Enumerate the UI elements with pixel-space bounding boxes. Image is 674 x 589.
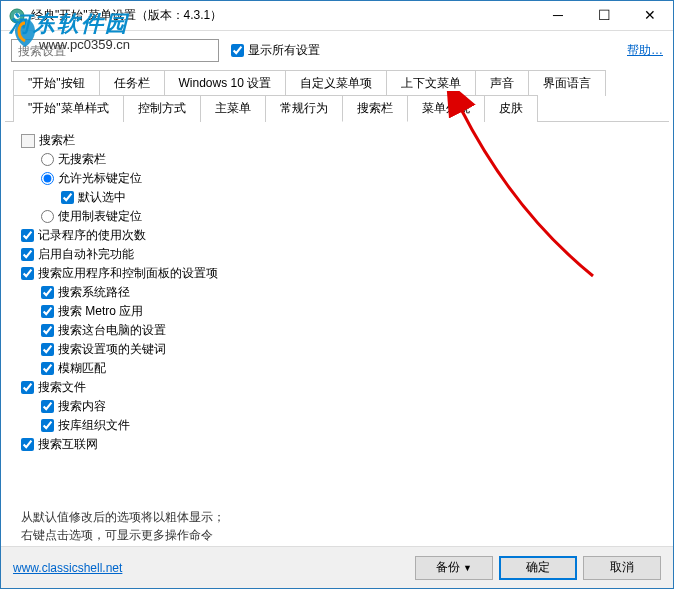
tabs-container: "开始"按钮 任务栏 Windows 10 设置 自定义菜单项 上下文菜单 声音… [1,70,673,121]
tab-general-behavior[interactable]: 常规行为 [265,95,343,122]
check-search-content-input[interactable] [41,400,54,413]
footer-line1: 从默认值修改后的选项将以粗体显示； [21,508,653,526]
tab-language[interactable]: 界面语言 [528,70,606,96]
check-search-internet-input[interactable] [21,438,34,451]
check-default-selected[interactable]: 默认选中 [61,189,653,206]
check-search-pc-settings-input[interactable] [41,324,54,337]
titlebar: 经典"开始"菜单设置（版本：4.3.1） ─ ☐ ✕ [1,1,673,31]
bottom-bar: www.classicshell.net 备份 ▼ 确定 取消 [1,546,673,588]
check-default-selected-input[interactable] [61,191,74,204]
svg-point-1 [14,13,20,19]
check-search-content[interactable]: 搜索内容 [41,398,653,415]
radio-no-search-input[interactable] [41,153,54,166]
website-link[interactable]: www.classicshell.net [13,561,122,575]
settings-panel: 搜索栏 无搜索栏 允许光标键定位 默认选中 使用制表键定位 [1,122,673,502]
radio-no-search[interactable]: 无搜索栏 [41,151,653,168]
check-search-keywords[interactable]: 搜索设置项的关键词 [41,341,653,358]
tab-main-menu[interactable]: 主菜单 [200,95,266,122]
tab-row-1: "开始"按钮 任务栏 Windows 10 设置 自定义菜单项 上下文菜单 声音… [5,70,669,95]
radio-use-tab[interactable]: 使用制表键定位 [41,208,653,225]
tab-control-mode[interactable]: 控制方式 [123,95,201,122]
check-auto-complete-input[interactable] [21,248,34,261]
search-input[interactable] [11,39,219,62]
tab-custom-menu[interactable]: 自定义菜单项 [285,70,387,96]
tab-menu-appearance[interactable]: 菜单外观 [407,95,485,122]
footer-note: 从默认值修改后的选项将以粗体显示； 右键点击选项，可显示更多操作命令 [1,502,673,550]
check-search-metro-input[interactable] [41,305,54,318]
window-title: 经典"开始"菜单设置（版本：4.3.1） [31,7,535,24]
check-search-apps[interactable]: 搜索应用程序和控制面板的设置项 [21,265,653,282]
topbar: 显示所有设置 帮助… [1,31,673,70]
check-record-usage[interactable]: 记录程序的使用次数 [21,227,653,244]
window-controls: ─ ☐ ✕ [535,1,673,30]
section-search-bar: 搜索栏 [21,132,653,149]
tab-context-menu[interactable]: 上下文菜单 [386,70,476,96]
show-all-checkbox[interactable] [231,44,244,57]
tab-sound[interactable]: 声音 [475,70,529,96]
check-fuzzy-match[interactable]: 模糊匹配 [41,360,653,377]
chevron-down-icon: ▼ [463,563,472,573]
ok-button[interactable]: 确定 [499,556,577,580]
check-search-metro[interactable]: 搜索 Metro 应用 [41,303,653,320]
radio-use-tab-input[interactable] [41,210,54,223]
check-search-files[interactable]: 搜索文件 [21,379,653,396]
tab-start-button[interactable]: "开始"按钮 [13,70,100,96]
show-all-text: 显示所有设置 [248,42,320,59]
tab-menu-style[interactable]: "开始"菜单样式 [13,95,124,122]
show-all-checkbox-label[interactable]: 显示所有设置 [231,42,320,59]
check-library-org[interactable]: 按库组织文件 [41,417,653,434]
check-search-internet[interactable]: 搜索互联网 [21,436,653,453]
radio-allow-cursor-input[interactable] [41,172,54,185]
help-link[interactable]: 帮助… [627,42,663,59]
section-icon [21,134,35,148]
check-library-org-input[interactable] [41,419,54,432]
check-search-keywords-input[interactable] [41,343,54,356]
minimize-button[interactable]: ─ [535,1,581,30]
check-fuzzy-match-input[interactable] [41,362,54,375]
check-search-syspath-input[interactable] [41,286,54,299]
maximize-button[interactable]: ☐ [581,1,627,30]
tab-skin[interactable]: 皮肤 [484,95,538,122]
backup-button[interactable]: 备份 ▼ [415,556,493,580]
app-icon [9,8,25,24]
check-record-usage-input[interactable] [21,229,34,242]
cancel-button[interactable]: 取消 [583,556,661,580]
tab-taskbar[interactable]: 任务栏 [99,70,165,96]
check-search-apps-input[interactable] [21,267,34,280]
tab-row-2: "开始"菜单样式 控制方式 主菜单 常规行为 搜索栏 菜单外观 皮肤 [5,95,669,121]
check-search-files-input[interactable] [21,381,34,394]
check-search-pc-settings[interactable]: 搜索这台电脑的设置 [41,322,653,339]
tab-win10-settings[interactable]: Windows 10 设置 [164,70,287,96]
radio-allow-cursor[interactable]: 允许光标键定位 [41,170,653,187]
footer-line2: 右键点击选项，可显示更多操作命令 [21,526,653,544]
section-title: 搜索栏 [39,132,75,149]
close-button[interactable]: ✕ [627,1,673,30]
check-auto-complete[interactable]: 启用自动补完功能 [21,246,653,263]
check-search-syspath[interactable]: 搜索系统路径 [41,284,653,301]
button-group: 备份 ▼ 确定 取消 [415,556,661,580]
tab-search-bar[interactable]: 搜索栏 [342,95,408,122]
